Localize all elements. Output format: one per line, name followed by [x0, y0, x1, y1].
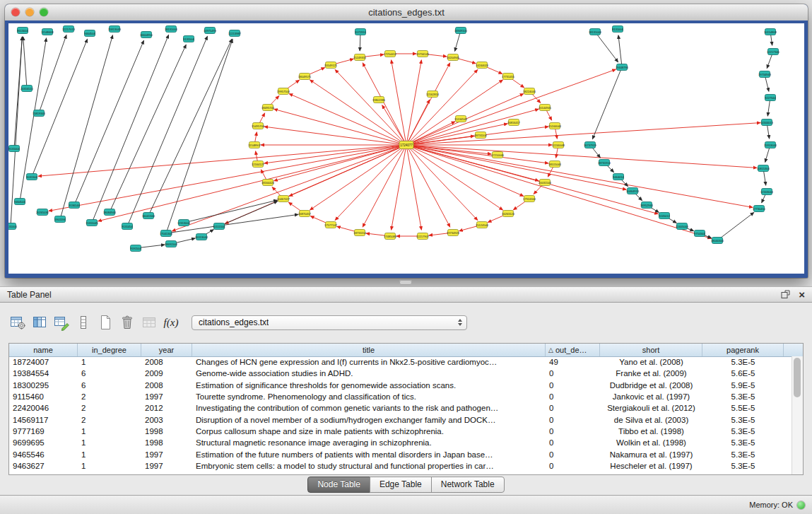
graph-node[interactable]: 18495744	[261, 105, 275, 111]
table-row[interactable]: 911546021997Tourette syndrome. Phenomeno…	[9, 391, 792, 402]
graph-node[interactable]: 10111504	[213, 223, 225, 230]
graph-node[interactable]: 15311045	[86, 220, 98, 226]
graph-node[interactable]: 14244024	[476, 62, 489, 69]
minimize-window-button[interactable]	[25, 8, 34, 16]
graph-node[interactable]: 10131004	[8, 223, 18, 230]
graph-node[interactable]: 15244044	[548, 123, 562, 129]
graph-node[interactable]: 17485083	[384, 233, 397, 240]
graph-node[interactable]: 10154808	[764, 29, 777, 35]
graph-node[interactable]: 18131044	[589, 29, 602, 35]
graph-node[interactable]: 17730450	[753, 206, 766, 212]
graph-node[interactable]: 12240048	[552, 142, 565, 148]
graph-node[interactable]: 16949100	[454, 28, 468, 34]
graph-node[interactable]: 15953044	[764, 142, 777, 148]
graph-node[interactable]: 20265030	[36, 209, 49, 216]
row-view-icon[interactable]	[74, 313, 93, 332]
network-canvas[interactable]: 1724077122400481851504420031544179243441…	[8, 23, 804, 274]
graph-node[interactable]: 9464014	[613, 174, 624, 180]
graph-node[interactable]: 12162814	[426, 91, 440, 98]
graph-node[interactable]: 9031344	[26, 174, 37, 180]
graph-node[interactable]: 19448794	[616, 64, 629, 71]
graph-node[interactable]: 15124544	[476, 222, 489, 228]
graph-node[interactable]: 9135504	[183, 36, 194, 42]
table-row[interactable]: 946362711997Embryonic stem cells: a mode…	[9, 460, 792, 472]
graph-node[interactable]: 18515044	[548, 161, 562, 168]
graph-node[interactable]: 16204945	[447, 54, 460, 61]
graph-node[interactable]: 17577147	[324, 222, 338, 228]
graph-node[interactable]: 19734145	[416, 51, 430, 57]
delete-table-icon[interactable]	[118, 313, 136, 332]
graph-node[interactable]: 12217907	[416, 233, 430, 240]
graph-node[interactable]: 20549121	[324, 62, 338, 69]
graph-node[interactable]: 18731154	[353, 230, 366, 236]
graph-node[interactable]: 16952944	[640, 202, 654, 209]
function-builder-icon[interactable]: f(x)	[162, 313, 180, 332]
table-row[interactable]: 1938455462009Genome-wide association stu…	[9, 368, 792, 379]
float-panel-icon[interactable]	[781, 290, 790, 299]
graph-node[interactable]: 15249355	[353, 54, 367, 61]
graph-node[interactable]: 16870457	[298, 211, 312, 217]
graph-node[interactable]: 19801986	[372, 97, 386, 103]
graph-node[interactable]: 19734923	[447, 230, 460, 236]
graph-node[interactable]: 16737919	[584, 142, 597, 148]
table-row[interactable]: 1830029562008Estimation of significance …	[9, 380, 792, 391]
graph-node[interactable]: 9227344	[765, 95, 776, 101]
new-table-icon[interactable]	[96, 313, 114, 332]
window-titlebar[interactable]: citations_edges.txt	[5, 4, 808, 21]
scrollbar-thumb[interactable]	[794, 358, 801, 397]
graph-node[interactable]: 11548408	[41, 29, 54, 35]
graph-node[interactable]: 19957504	[277, 88, 290, 95]
graph-node[interactable]: 15495704	[252, 123, 265, 129]
table-selector-dropdown[interactable]: citations_edges.txt	[192, 315, 467, 330]
graph-node[interactable]: 15819344	[33, 110, 46, 117]
graph-node[interactable]: 17731455	[502, 74, 515, 80]
graph-node[interactable]: 18084944	[103, 209, 117, 216]
graph-node[interactable]: 15813043	[108, 26, 122, 33]
edit-table-icon[interactable]	[52, 313, 71, 332]
tab-node-table[interactable]: Node Table	[307, 477, 370, 493]
graph-node[interactable]: 16604950	[140, 32, 153, 38]
graph-node[interactable]: 5901594	[54, 216, 66, 223]
graph-node[interactable]: 18131004	[165, 26, 178, 33]
graph-node[interactable]: 17041344	[160, 230, 173, 237]
graph-node[interactable]: 12405044	[676, 223, 689, 230]
table-row[interactable]: 946554611997Estimation of the future num…	[9, 448, 792, 460]
graph-node[interactable]: 14344013	[760, 119, 774, 126]
graph-node[interactable]: 10467427	[277, 196, 290, 202]
table-row[interactable]: 969969511998Structural magnetic resonanc…	[9, 437, 792, 448]
graph-node[interactable]: 9591504	[130, 245, 141, 252]
table-row[interactable]: 2242004622012Investigating the contribut…	[9, 402, 792, 414]
graph-node[interactable]: 9750344	[694, 230, 705, 237]
graph-node[interactable]: 10464913	[626, 188, 640, 194]
show-columns-icon[interactable]	[30, 313, 49, 332]
graph-node[interactable]: 8613004	[17, 28, 28, 34]
graph-node[interactable]: 16816417	[507, 119, 521, 126]
graph-node[interactable]: 17210046	[491, 152, 505, 158]
graph-node[interactable]: 18040344	[711, 238, 724, 244]
graph-node[interactable]: 17924344	[523, 196, 536, 202]
graph-node[interactable]: 12163044	[760, 189, 774, 195]
graph-node[interactable]: 16263124	[502, 211, 515, 217]
graph-node[interactable]: 9245012	[659, 213, 670, 219]
graph-node[interactable]: 17254412	[384, 51, 397, 57]
graph-node[interactable]: 12213987	[228, 30, 242, 37]
table-row[interactable]: 1872400712008Changes of HCN gene express…	[9, 356, 792, 368]
graph-node[interactable]: 12313004	[177, 220, 191, 226]
graph-node[interactable]: 10815304	[757, 165, 770, 172]
close-panel-icon[interactable]: ×	[799, 289, 805, 300]
graph-node[interactable]: 12164127	[252, 161, 265, 168]
table-scrollbar[interactable]	[792, 356, 803, 474]
graph-node[interactable]: 9136144	[69, 202, 80, 209]
graph-node[interactable]: 19734943	[758, 71, 772, 78]
graph-node[interactable]: 16313044	[195, 234, 208, 240]
graph-node[interactable]: 8131004	[612, 26, 623, 33]
column-header-in-degree[interactable]: in_degree	[78, 344, 141, 356]
column-settings-icon[interactable]	[8, 313, 27, 332]
graph-node[interactable]: 12217013	[62, 26, 76, 33]
zoom-window-button[interactable]	[40, 8, 48, 16]
graph-node[interactable]: 18049575	[298, 74, 312, 80]
column-header-year[interactable]: year	[141, 344, 192, 356]
graph-node[interactable]: 20316510	[20, 86, 34, 92]
graph-node[interactable]: 9464544	[14, 199, 25, 205]
graph-node[interactable]: 18731104	[474, 132, 487, 139]
